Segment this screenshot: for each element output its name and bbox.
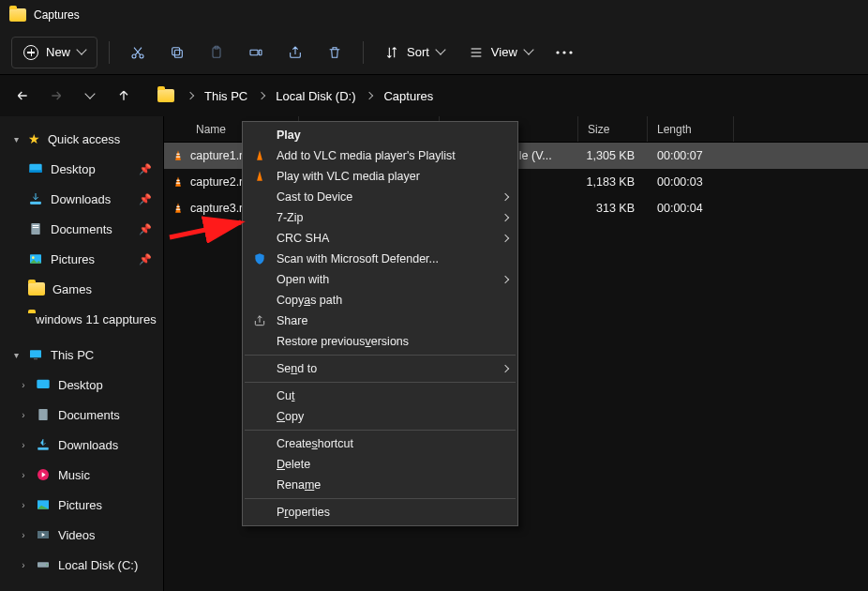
ctx-cast[interactable]: Cast to Device (243, 187, 517, 207)
separator (245, 382, 516, 383)
plus-icon (23, 45, 38, 60)
svg-rect-12 (29, 170, 41, 173)
sidebar-item-music[interactable]: › Music (6, 460, 157, 490)
ctx-openwith[interactable]: Open with (243, 269, 517, 290)
nav-recent[interactable] (75, 81, 105, 111)
sidebar-item-videos[interactable]: › Videos (6, 520, 157, 550)
new-label: New (46, 45, 70, 59)
nav-forward[interactable] (41, 81, 71, 111)
file-length: 00:00:07 (648, 149, 734, 162)
chevron-right-icon (258, 92, 265, 99)
breadcrumb[interactable]: This PC Local Disk (D:) Captures (157, 85, 439, 107)
ctx-properties[interactable]: Properties (243, 502, 517, 523)
sidebar-item-documents-pc[interactable]: › Documents (6, 400, 157, 430)
sidebar-item-localdisk[interactable]: › Local Disk (C:) (6, 550, 157, 580)
submenu-icon (501, 214, 509, 221)
vlc-icon (252, 169, 267, 184)
sidebar-item-downloads-pc[interactable]: › Downloads (6, 430, 157, 460)
sidebar-item-label: Local Disk (C:) (58, 558, 138, 572)
ctx-share[interactable]: Share (243, 311, 517, 331)
col-size[interactable]: Size (578, 116, 648, 142)
more-button[interactable] (547, 37, 581, 68)
separator (245, 355, 516, 356)
ctx-crc[interactable]: CRC SHA (243, 228, 517, 249)
delete-button[interactable] (318, 37, 352, 68)
file-size: 1,305 KB (578, 149, 648, 162)
crumb-folder[interactable]: Captures (378, 85, 439, 107)
ctx-copypath[interactable]: Copy as path (243, 290, 517, 311)
sort-button[interactable]: Sort (375, 37, 454, 68)
sidebar-item-label: Music (58, 468, 90, 482)
sidebar-item-games[interactable]: Games (6, 274, 157, 304)
ctx-restore[interactable]: Restore previous versions (243, 331, 517, 352)
sidebar-item-downloads[interactable]: Downloads 📌 (6, 184, 157, 214)
crumb-drive[interactable]: Local Disk (D:) (270, 85, 361, 107)
col-length[interactable]: Length (648, 116, 734, 142)
ctx-cut[interactable]: Cut (243, 386, 517, 406)
submenu-icon (501, 193, 509, 201)
new-button[interactable]: New (11, 37, 97, 68)
separator (109, 41, 110, 64)
nav-up[interactable] (109, 81, 139, 111)
chevron-right-icon: › (19, 410, 28, 420)
view-button[interactable]: View (459, 37, 542, 68)
svg-rect-30 (176, 183, 181, 184)
cut-button[interactable] (121, 37, 155, 68)
sidebar-item-label: Desktop (51, 162, 96, 176)
ctx-copy[interactable]: Copy (243, 406, 517, 427)
nav-back[interactable] (7, 81, 37, 111)
svg-rect-13 (31, 223, 39, 235)
share-button[interactable] (278, 37, 312, 68)
copy-button[interactable] (160, 37, 194, 68)
ctx-play[interactable]: Play (243, 125, 517, 145)
ctx-play-vlc[interactable]: Play with VLC media player (243, 166, 517, 187)
chevron-right-icon: › (19, 560, 28, 570)
paste-button[interactable] (200, 37, 233, 68)
sidebar-item-desktop[interactable]: Desktop 📌 (6, 154, 157, 184)
crumb-thispc[interactable]: This PC (199, 85, 253, 107)
chevron-down-icon (437, 45, 444, 59)
chevron-right-icon (366, 92, 373, 99)
nav-row: This PC Local Disk (D:) Captures (0, 75, 868, 116)
chevron-right-icon: › (19, 440, 28, 450)
toolbar: New Sort View (0, 30, 868, 75)
sidebar-item-documents[interactable]: Documents 📌 (6, 214, 157, 244)
ctx-7zip[interactable]: 7-Zip (243, 207, 517, 228)
pin-icon: 📌 (139, 223, 152, 235)
expand-icon: ▾ (11, 134, 21, 144)
rename-button[interactable] (239, 37, 273, 68)
svg-point-10 (569, 51, 572, 53)
svg-rect-7 (259, 50, 262, 54)
ctx-defender[interactable]: Scan with Microsoft Defender... (243, 249, 517, 269)
star-icon: ★ (28, 131, 40, 146)
file-length: 00:00:03 (648, 175, 734, 189)
svg-rect-15 (33, 227, 39, 228)
sidebar-item-label: Games (52, 282, 92, 296)
svg-rect-28 (176, 157, 181, 158)
sidebar-item-label: Downloads (58, 438, 118, 452)
sidebar-item-desktop-pc[interactable]: › Desktop (6, 370, 157, 400)
folder-icon (157, 89, 174, 102)
separator (245, 498, 516, 499)
sidebar-item-label: Pictures (51, 252, 95, 266)
sidebar-label: This PC (51, 348, 94, 362)
ctx-add-playlist[interactable]: Add to VLC media player's Playlist (243, 145, 517, 166)
svg-rect-32 (176, 209, 181, 210)
svg-rect-14 (33, 225, 39, 226)
ctx-sendto[interactable]: Send to (243, 358, 517, 379)
sidebar-item-label: Desktop (58, 378, 103, 392)
svg-point-9 (562, 51, 565, 53)
svg-rect-27 (176, 154, 180, 155)
ctx-rename[interactable]: Rename (243, 475, 517, 495)
svg-rect-6 (250, 50, 258, 54)
svg-rect-29 (176, 180, 180, 181)
separator (363, 41, 364, 64)
sidebar-item-pictures-pc[interactable]: › Pictures (6, 490, 157, 520)
ctx-delete[interactable]: Delete (243, 454, 517, 475)
sidebar-item-captures[interactable]: windows 11 capptures (6, 304, 157, 334)
sidebar-thispc[interactable]: ▾ This PC (6, 340, 157, 370)
sidebar-quickaccess[interactable]: ▾ ★ Quick access (6, 124, 157, 154)
ctx-shortcut[interactable]: Create shortcut (243, 433, 517, 454)
share-icon (252, 313, 267, 328)
sidebar-item-pictures[interactable]: Pictures 📌 (6, 244, 157, 274)
